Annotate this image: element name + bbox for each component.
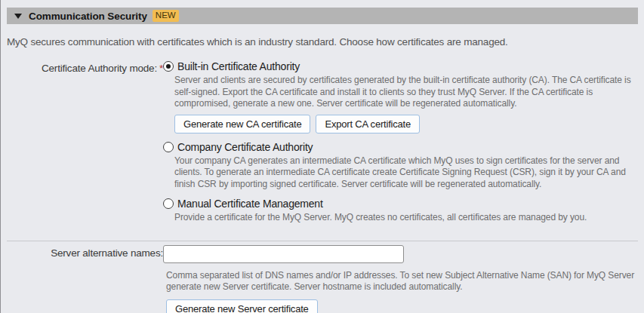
radio-icon[interactable]	[163, 142, 174, 152]
radio-icon[interactable]	[163, 198, 174, 209]
export-ca-certificate-button[interactable]: Export CA certificate	[316, 115, 420, 133]
ca-mode-label: Certificate Authority mode:	[42, 63, 157, 74]
option-manual-cert: Manual Certificate Management Provide a …	[163, 198, 638, 224]
option-description: Provide a certificate for the MyQ Server…	[163, 212, 638, 224]
generate-new-server-certificate-button[interactable]: Generate new Server certificate	[166, 299, 318, 313]
builtin-ca-buttons: Generate new CA certificate Export CA ce…	[163, 115, 638, 133]
ca-mode-label-wrap: Certificate Authority mode:*	[7, 60, 163, 74]
radio-manual-cert[interactable]: Manual Certificate Management	[163, 198, 638, 210]
san-row: Server alternative names: Comma separate…	[7, 245, 638, 313]
radio-label: Company Certificate Authority	[177, 141, 313, 153]
server-alternative-names-input[interactable]	[163, 245, 404, 263]
divider	[7, 241, 638, 241]
option-company-ca: Company Certificate Authority Your compa…	[163, 141, 638, 191]
radio-icon[interactable]	[163, 61, 174, 72]
section-header[interactable]: Communication Security NEW	[7, 8, 638, 24]
option-description: Server and clients are secured by certif…	[163, 75, 638, 110]
ca-mode-options: Built-in Certificate Authority Server an…	[163, 60, 638, 232]
option-builtin-ca: Built-in Certificate Authority Server an…	[163, 60, 638, 133]
collapse-triangle-icon	[14, 14, 22, 19]
san-content: Comma separated list of DNS names and/or…	[163, 245, 638, 313]
san-button-row: Generate new Server certificate	[163, 299, 638, 313]
radio-company-ca[interactable]: Company Certificate Authority	[163, 141, 638, 153]
radio-label: Manual Certificate Management	[177, 198, 323, 210]
radio-builtin-ca[interactable]: Built-in Certificate Authority	[163, 60, 638, 72]
communication-security-panel: Communication Security NEW MyQ secures c…	[0, 0, 644, 313]
section-title: Communication Security	[29, 11, 147, 22]
option-description: Your company CA generates an intermediat…	[163, 155, 638, 191]
intro-text: MyQ secures communication with certifica…	[7, 36, 638, 48]
ca-mode-row: Certificate Authority mode:* Built-in Ce…	[7, 60, 638, 232]
radio-label: Built-in Certificate Authority	[177, 60, 300, 72]
san-description: Comma separated list of DNS names and/or…	[163, 270, 638, 293]
generate-new-ca-certificate-button[interactable]: Generate new CA certificate	[174, 115, 310, 133]
san-label: Server alternative names:	[7, 245, 163, 259]
new-badge: NEW	[153, 10, 179, 23]
